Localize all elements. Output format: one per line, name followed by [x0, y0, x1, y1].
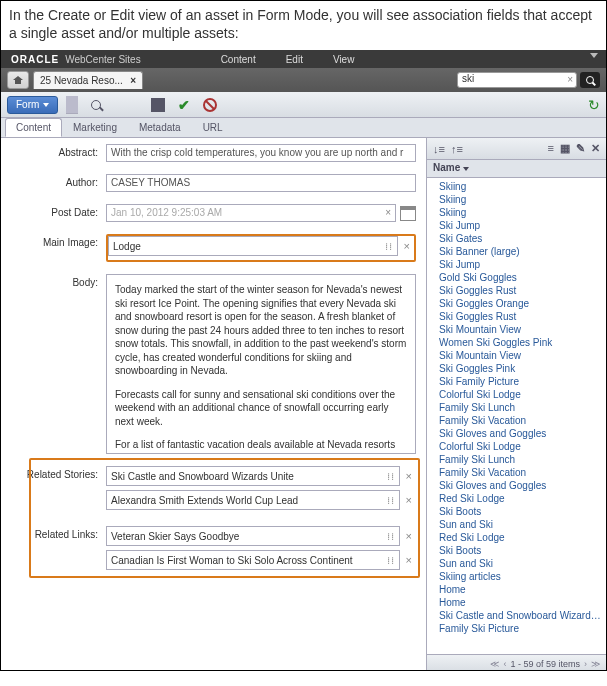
result-item[interactable]: Ski Mountain View	[427, 323, 606, 336]
tab-content[interactable]: Content	[5, 118, 62, 137]
drag-handle-icon[interactable]: ⁞⁞	[385, 241, 393, 252]
result-item[interactable]: Ski Gloves and Goggles	[427, 427, 606, 440]
intro-text: In the Create or Edit view of an asset i…	[1, 1, 606, 50]
refresh-button[interactable]: ↻	[588, 97, 600, 113]
result-item[interactable]: Skiing	[427, 206, 606, 219]
result-item[interactable]: Home	[427, 596, 606, 609]
form-tabstrip: Content Marketing Metadata URL	[1, 118, 606, 138]
label-body: Body:	[11, 274, 106, 454]
body-field[interactable]: Today marked the start of the winter sea…	[106, 274, 416, 454]
results-list[interactable]: SkiingSkiingSkiingSki JumpSki GatesSki B…	[427, 178, 606, 654]
result-item[interactable]: Ski Jump	[427, 258, 606, 271]
result-item[interactable]: Skiing articles	[427, 570, 606, 583]
result-item[interactable]: Sun and Ski	[427, 557, 606, 570]
result-item[interactable]: Women Ski Goggles Pink	[427, 336, 606, 349]
result-item[interactable]: Ski Gates	[427, 232, 606, 245]
result-item[interactable]: Skiing	[427, 180, 606, 193]
body-paragraph: For a list of fantastic vacation deals a…	[115, 438, 407, 454]
abstract-field[interactable]: With the crisp cold temperatures, you kn…	[106, 144, 416, 162]
tab-marketing[interactable]: Marketing	[62, 118, 128, 137]
result-item[interactable]: Family Ski Lunch	[427, 401, 606, 414]
related-link-field[interactable]: Veteran Skier Says Goodbye⁞⁞	[106, 526, 400, 546]
result-item[interactable]: Skiing	[427, 193, 606, 206]
author-field[interactable]: CASEY THOMAS	[106, 174, 416, 192]
related-story-field[interactable]: Ski Castle and Snowboard Wizards Unite⁞⁞	[106, 466, 400, 486]
calendar-icon[interactable]	[400, 206, 416, 221]
result-item[interactable]: Red Ski Lodge	[427, 531, 606, 544]
related-link-field[interactable]: Canadian Is First Woman to Ski Solo Acro…	[106, 550, 400, 570]
result-item[interactable]: Ski Jump	[427, 219, 606, 232]
results-header[interactable]: Name	[427, 160, 606, 178]
search-button[interactable]	[580, 72, 600, 88]
result-item[interactable]: Colorful Ski Lodge	[427, 440, 606, 453]
body-paragraph: Forecasts call for sunny and sensational…	[115, 388, 407, 429]
grid-view-icon[interactable]: ▦	[560, 142, 570, 155]
result-item[interactable]: Ski Goggles Pink	[427, 362, 606, 375]
drag-handle-icon[interactable]: ⁞⁞	[387, 531, 395, 542]
results-panel: ↓≡ ↑≡ ≡ ▦ ✎ ✕ Name SkiingSkiingSkiingSki…	[426, 138, 606, 670]
result-item[interactable]: Ski Goggles Orange	[427, 297, 606, 310]
body-paragraph: Today marked the start of the winter sea…	[115, 283, 407, 378]
home-tab[interactable]	[7, 71, 29, 89]
last-page-icon[interactable]: ≫	[591, 659, 600, 669]
menu-edit[interactable]: Edit	[286, 54, 303, 65]
label-mainimage: Main Image:	[11, 234, 106, 262]
menu-view[interactable]: View	[333, 54, 355, 65]
sort-asc-icon[interactable]: ↓≡	[433, 143, 445, 155]
result-item[interactable]: Ski Gloves and Goggles	[427, 479, 606, 492]
drag-handle-icon[interactable]: ⁞⁞	[387, 495, 395, 506]
list-view-icon[interactable]: ≡	[548, 142, 554, 155]
first-page-icon[interactable]: ≪	[490, 659, 499, 669]
result-item[interactable]: Family Ski Lunch	[427, 453, 606, 466]
result-item[interactable]: Gold Ski Goggles	[427, 271, 606, 284]
postdate-field[interactable]: Jan 10, 2012 9:25:03 AM×	[106, 204, 396, 222]
result-item[interactable]: Ski Goggles Rust	[427, 284, 606, 297]
next-page-icon[interactable]: ›	[584, 659, 587, 669]
oracle-logo: ORACLE	[11, 54, 59, 65]
result-item[interactable]: Ski Banner (large)	[427, 245, 606, 258]
clear-date-icon[interactable]: ×	[385, 207, 391, 218]
cancel-button[interactable]	[200, 96, 220, 114]
remove-asset-icon[interactable]: ×	[402, 530, 416, 542]
approve-button[interactable]: ✔	[174, 96, 194, 114]
search-icon	[586, 76, 594, 84]
preview-button[interactable]	[86, 96, 106, 114]
top-menu: Content Edit View	[221, 54, 355, 65]
result-item[interactable]: Red Ski Lodge	[427, 492, 606, 505]
prev-page-icon[interactable]: ‹	[503, 659, 506, 669]
remove-asset-icon[interactable]: ×	[402, 494, 416, 506]
result-item[interactable]: Home	[427, 583, 606, 596]
remove-asset-icon[interactable]: ×	[402, 554, 416, 566]
result-item[interactable]: Ski Family Picture	[427, 375, 606, 388]
result-item[interactable]: Sun and Ski	[427, 518, 606, 531]
menu-content[interactable]: Content	[221, 54, 256, 65]
settings-icon[interactable]: ✎	[576, 142, 585, 155]
form-mode-button[interactable]: Form	[7, 96, 58, 114]
search-input[interactable]: ski ×	[457, 72, 577, 88]
drag-handle-icon[interactable]: ⁞⁞	[387, 471, 395, 482]
result-item[interactable]: Family Ski Vacation	[427, 414, 606, 427]
drag-handle-icon[interactable]: ⁞⁞	[387, 555, 395, 566]
result-item[interactable]: Ski Goggles Rust	[427, 310, 606, 323]
result-item[interactable]: Ski Mountain View	[427, 349, 606, 362]
result-item[interactable]: Ski Castle and Snowboard Wizards Unite	[427, 609, 606, 622]
remove-main-image-icon[interactable]: ×	[400, 240, 414, 252]
result-item[interactable]: Colorful Ski Lodge	[427, 388, 606, 401]
close-panel-icon[interactable]: ✕	[591, 142, 600, 155]
result-item[interactable]: Family Ski Vacation	[427, 466, 606, 479]
result-item[interactable]: Ski Boots	[427, 544, 606, 557]
result-item[interactable]: Ski Boots	[427, 505, 606, 518]
main-image-field[interactable]: Lodge⁞⁞	[108, 236, 398, 256]
result-item[interactable]: Family Ski Picture	[427, 622, 606, 635]
sort-desc-icon[interactable]: ↑≡	[451, 143, 463, 155]
clear-search-icon[interactable]: ×	[567, 74, 573, 85]
save-button[interactable]	[148, 96, 168, 114]
user-menu-icon[interactable]	[590, 53, 598, 58]
close-tab-icon[interactable]: ×	[130, 75, 136, 86]
form-panel[interactable]: Abstract: With the crisp cold temperatur…	[1, 138, 426, 670]
tab-url[interactable]: URL	[192, 118, 234, 137]
document-tab[interactable]: 25 Nevada Reso... ×	[33, 71, 143, 89]
related-story-field[interactable]: Alexandra Smith Extends World Cup Lead⁞⁞	[106, 490, 400, 510]
tab-metadata[interactable]: Metadata	[128, 118, 192, 137]
remove-asset-icon[interactable]: ×	[402, 470, 416, 482]
